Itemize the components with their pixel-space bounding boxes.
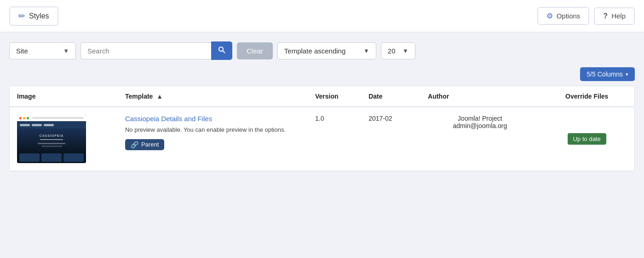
template-image-cell: CASSIOPEIA — [10, 107, 118, 171]
chevron-down-icon: ▼ — [63, 47, 69, 54]
top-bar-right: ⚙ Options ? Help — [537, 7, 635, 25]
thumb-nav-item — [32, 124, 42, 126]
sort-arrow-icon: ▲ — [156, 93, 163, 100]
parent-label: Parent — [141, 141, 159, 148]
thumb-nav — [17, 121, 86, 129]
up-to-date-badge: Up to date — [568, 133, 606, 145]
chevron-down-icon: ▼ — [363, 47, 369, 54]
help-label: Help — [611, 12, 626, 20]
main-content: Site ▼ Clear Template ascending ▼ 20 — [0, 32, 644, 258]
options-button[interactable]: ⚙ Options — [537, 7, 590, 25]
author-cell: Joomla! Project admin@joomla.org — [420, 107, 539, 171]
table-header: Image Template ▲ Version Date Author — [10, 86, 634, 107]
gear-icon: ⚙ — [546, 12, 553, 20]
search-input[interactable] — [80, 42, 211, 59]
caret-icon: ▾ — [626, 71, 628, 77]
top-bar: ✏ Styles ⚙ Options ? Help — [0, 0, 644, 32]
template-link[interactable]: Cassiopeia Details and Files — [125, 115, 300, 123]
thumb-divider — [40, 139, 63, 140]
table-container: Image Template ▲ Version Date Author — [9, 86, 635, 171]
col-header-author: Author — [420, 86, 539, 107]
col-header-image: Image — [10, 86, 118, 107]
thumb-text-line — [41, 146, 62, 147]
override-cell: Up to date — [539, 107, 634, 171]
template-name-cell: Cassiopeia Details and Files No preview … — [118, 107, 308, 171]
options-label: Options — [557, 12, 581, 20]
parent-badge: 🔗 Parent — [125, 139, 164, 150]
col-header-date: Date — [361, 86, 420, 107]
version-cell: 1.0 — [308, 107, 361, 171]
page-size-dropdown[interactable]: 20 ▼ — [381, 42, 415, 59]
styles-table: Image Template ▲ Version Date Author — [10, 86, 634, 171]
col-header-version: Version — [308, 86, 361, 107]
thumb-url-bar — [32, 117, 84, 119]
chevron-down-icon: ▼ — [402, 47, 408, 54]
col-header-template[interactable]: Template ▲ — [118, 86, 308, 107]
site-dropdown[interactable]: Site ▼ — [9, 42, 76, 59]
search-button[interactable] — [211, 41, 232, 60]
thumb-dot-red — [19, 117, 22, 119]
search-group — [80, 41, 232, 60]
author-email: admin@joomla.org — [428, 122, 532, 129]
sort-label: Template ascending — [284, 47, 345, 55]
template-description: No preview available. You can enable pre… — [125, 125, 300, 135]
author-name: Joomla! Project — [428, 115, 532, 122]
top-bar-left: ✏ Styles — [9, 6, 58, 26]
svg-line-1 — [223, 51, 225, 53]
clear-label: Clear — [247, 47, 263, 55]
thumb-card — [19, 153, 40, 162]
date-cell: 2017-02 — [361, 107, 420, 171]
question-icon: ? — [603, 12, 608, 20]
styles-label: Styles — [29, 12, 49, 20]
link-icon: 🔗 — [131, 141, 138, 148]
search-icon — [218, 46, 225, 55]
thumb-card — [63, 153, 84, 162]
template-thumbnail: CASSIOPEIA — [17, 115, 86, 163]
table-row: CASSIOPEIA — [10, 107, 634, 171]
thumb-card — [41, 153, 62, 162]
thumb-text-line — [38, 143, 65, 144]
styles-button[interactable]: ✏ Styles — [9, 6, 58, 26]
columns-row: 5/5 Columns ▾ — [9, 67, 635, 81]
page-size-value: 20 — [388, 47, 396, 55]
help-button[interactable]: ? Help — [594, 7, 635, 25]
thumb-dot-green — [27, 117, 29, 119]
thumb-bottom — [17, 152, 86, 163]
table-body: CASSIOPEIA — [10, 107, 634, 171]
version-value: 1.0 — [315, 115, 324, 122]
thumb-hero: CASSIOPEIA — [17, 129, 86, 152]
thumb-hero-content: CASSIOPEIA — [38, 134, 65, 147]
columns-button[interactable]: 5/5 Columns ▾ — [580, 67, 635, 81]
date-value: 2017-02 — [368, 115, 392, 122]
site-label: Site — [16, 47, 28, 55]
col-header-override: Override Files — [539, 86, 634, 107]
thumb-nav-item — [44, 124, 54, 126]
thumb-topbar — [17, 115, 86, 121]
clear-button[interactable]: Clear — [237, 42, 273, 59]
template-sort-dropdown[interactable]: Template ascending ▼ — [277, 42, 376, 59]
columns-label: 5/5 Columns — [586, 70, 623, 78]
thumb-dot-yellow — [23, 117, 25, 119]
filter-bar: Site ▼ Clear Template ascending ▼ 20 — [9, 41, 635, 60]
pencil-icon: ✏ — [18, 11, 25, 21]
thumb-nav-item — [20, 124, 30, 126]
